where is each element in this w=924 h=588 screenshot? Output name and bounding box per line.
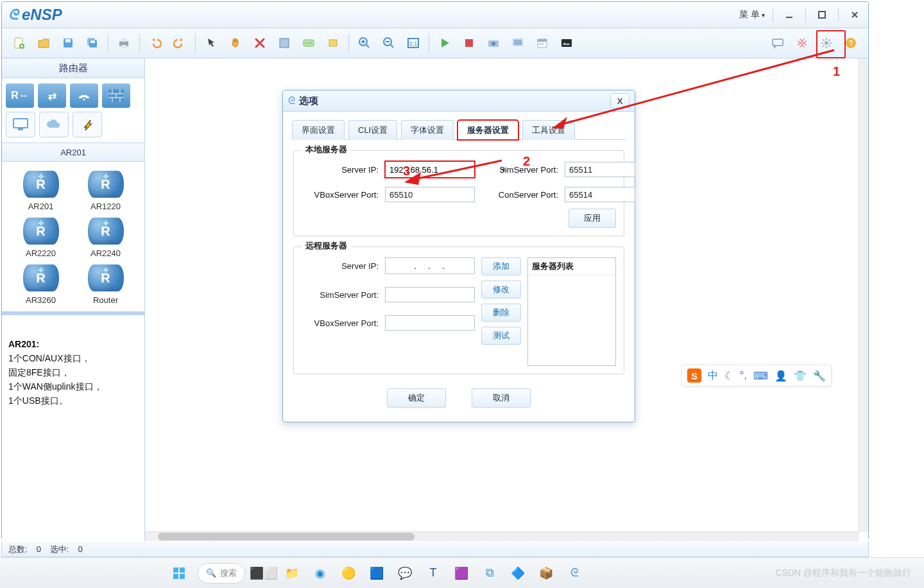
cancel-button[interactable]: 取消 — [472, 388, 531, 408]
app-title: eNSP — [22, 6, 62, 24]
windows-taskbar: 🔍 搜索 ⬛⬜ 📁 ◉ 🟡 🟦 💬 T 🟪 ⧉ 🔷 📦 ᘓ CSDN @程序和我… — [0, 557, 924, 588]
device-item[interactable]: RAR1220 — [73, 171, 138, 211]
remote-ip-input[interactable]: ... — [385, 257, 475, 274]
close-button[interactable] — [841, 8, 868, 22]
help-button[interactable]: ? — [841, 33, 861, 53]
tab-server-settings[interactable]: 服务器设置 — [458, 120, 518, 140]
vscode-icon[interactable]: ⧉ — [480, 564, 499, 583]
delete-button[interactable] — [250, 33, 270, 53]
print-button[interactable] — [114, 33, 134, 53]
device-item[interactable]: RAR3260 — [8, 264, 73, 305]
svg-rect-30 — [542, 43, 543, 45]
device-item[interactable]: RAR201 — [8, 171, 73, 211]
device-item[interactable]: RAR2240 — [73, 218, 138, 258]
server-ip-input[interactable] — [386, 162, 501, 177]
settings-gear-button[interactable] — [816, 33, 837, 53]
firewall-category-icon[interactable] — [102, 83, 130, 108]
huawei-logo-button[interactable] — [792, 33, 812, 53]
dialog-close-button[interactable]: X — [610, 93, 629, 108]
modify-server-button[interactable]: 修改 — [481, 281, 521, 298]
wlan-category-icon[interactable] — [70, 83, 98, 108]
image-tool-button[interactable] — [556, 33, 577, 53]
rectangle-tool-button[interactable] — [323, 33, 343, 53]
delete-server-button[interactable]: 删除 — [481, 304, 521, 322]
apply-button[interactable]: 应用 — [569, 209, 616, 228]
test-server-button[interactable]: 测试 — [481, 327, 521, 345]
ok-button[interactable]: 确定 — [387, 388, 446, 408]
explorer-icon[interactable]: 📁 — [282, 564, 302, 583]
start-all-button[interactable] — [434, 33, 455, 53]
edge-icon[interactable]: ◉ — [311, 564, 330, 583]
chrome-icon[interactable]: 🟡 — [339, 564, 358, 583]
stop-all-button[interactable] — [459, 33, 479, 53]
taskbar-app-icon[interactable]: 🟦 — [367, 564, 386, 583]
conserver-port-input[interactable] — [565, 187, 635, 202]
menu-dropdown[interactable]: 菜 单 ▾ — [734, 9, 770, 21]
moon-icon[interactable]: ☾ — [724, 370, 733, 382]
ime-lang-indicator[interactable]: 中 — [708, 369, 718, 383]
ime-toolbar[interactable]: S 中 ☾ °, ⌨ 👤 👕 🔧 — [681, 365, 832, 386]
save-all-button[interactable] — [82, 33, 103, 53]
simserver-port-input[interactable] — [565, 162, 635, 177]
tab-tool-settings[interactable]: 工具设置 — [522, 120, 575, 140]
svg-rect-47 — [180, 574, 185, 579]
device-item[interactable]: RAR2220 — [8, 218, 73, 258]
canvas-horizontal-scrollbar[interactable] — [145, 532, 859, 541]
pc-category-icon[interactable] — [6, 112, 35, 137]
tab-font-settings[interactable]: 字体设置 — [401, 120, 454, 140]
remote-simport-input[interactable] — [385, 287, 475, 302]
redo-button[interactable] — [169, 33, 190, 53]
punct-icon[interactable]: °, — [740, 370, 747, 381]
tab-ui-settings[interactable]: 界面设置 — [292, 120, 345, 140]
svg-point-36 — [83, 99, 85, 101]
svg-rect-22 — [465, 39, 473, 47]
shirt-icon[interactable]: 👕 — [794, 370, 807, 382]
taskbar-app2-icon[interactable]: 🟪 — [452, 564, 471, 583]
remote-vboxport-input[interactable] — [385, 315, 475, 331]
zoom-out-button[interactable] — [379, 33, 399, 53]
new-file-button[interactable] — [9, 33, 30, 53]
chat-button[interactable] — [767, 33, 788, 53]
calendar-button[interactable] — [532, 33, 552, 53]
maximize-button[interactable] — [809, 8, 835, 22]
wechat-icon[interactable]: 💬 — [395, 564, 415, 583]
server-ip-combo[interactable]: ▾ — [385, 161, 475, 178]
pointer-tool-button[interactable] — [201, 33, 221, 53]
add-server-button[interactable]: 添加 — [481, 257, 521, 275]
device-item[interactable]: RRouter — [73, 264, 138, 305]
zoom-in-button[interactable] — [354, 33, 375, 53]
server-list-header: 服务器列表 — [528, 258, 615, 275]
server-list[interactable]: 服务器列表 — [527, 257, 616, 366]
text-tool-button[interactable] — [298, 33, 319, 53]
device-manager-button[interactable] — [508, 33, 528, 53]
capture-button[interactable] — [483, 33, 504, 53]
canvas-vertical-scrollbar[interactable] — [859, 58, 868, 532]
connection-category-icon[interactable] — [73, 112, 102, 137]
dialog-titlebar[interactable]: ᘓ 选项 X — [283, 91, 635, 112]
pan-tool-button[interactable] — [225, 33, 246, 53]
taskbar-T-icon[interactable]: T — [424, 564, 443, 583]
taskbar-search[interactable]: 🔍 搜索 — [198, 563, 245, 584]
vboxserver-port-input[interactable] — [385, 187, 475, 202]
wrench-icon[interactable]: 🔧 — [813, 370, 826, 382]
cloud-category-icon[interactable] — [39, 112, 69, 137]
save-button[interactable] — [58, 33, 78, 53]
undo-button[interactable] — [145, 33, 166, 53]
keyboard-icon[interactable]: ⌨ — [753, 370, 768, 382]
person-icon[interactable]: 👤 — [774, 370, 787, 382]
router-category-icon[interactable]: R↔ — [6, 83, 34, 108]
minimize-button[interactable] — [776, 8, 803, 22]
snap-grid-button[interactable] — [274, 33, 295, 53]
ensp-taskbar-icon[interactable]: ᘓ — [565, 564, 584, 583]
virtualbox-icon[interactable]: 📦 — [536, 564, 556, 583]
open-file-button[interactable] — [33, 33, 54, 53]
start-button[interactable] — [169, 564, 189, 583]
switch-category-icon[interactable]: ⇄ — [38, 83, 66, 108]
status-bar: 总数: 0 选中: 0 — [1, 542, 869, 557]
sogou-logo-icon[interactable]: S — [687, 368, 701, 383]
task-view-button[interactable]: ⬛⬜ — [254, 564, 273, 583]
taskbar-app3-icon[interactable]: 🔷 — [508, 564, 527, 583]
tab-cli-settings[interactable]: CLI设置 — [348, 120, 397, 140]
zoom-fit-button[interactable]: 1:1 — [403, 33, 424, 53]
svg-rect-45 — [180, 567, 185, 573]
